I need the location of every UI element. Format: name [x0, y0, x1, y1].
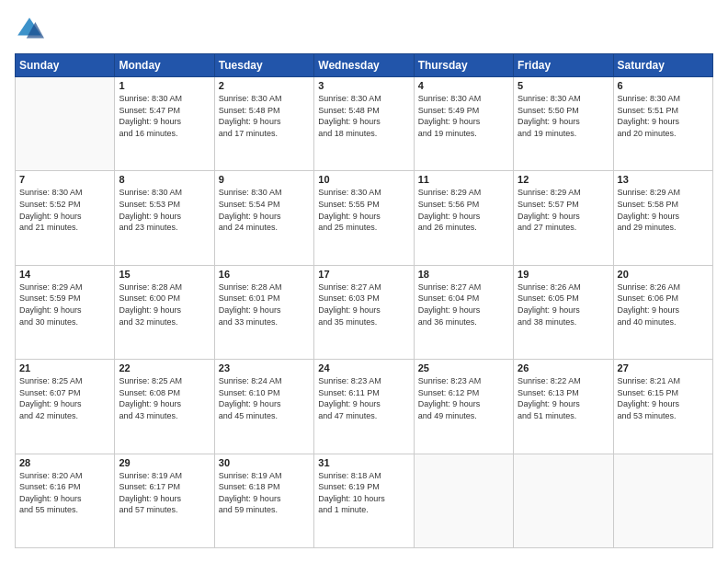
calendar-header-cell: Friday: [514, 54, 613, 77]
day-number: 14: [19, 269, 110, 280]
calendar-day-cell: 16Sunrise: 8:28 AM Sunset: 6:01 PM Dayli…: [214, 265, 313, 359]
calendar-day-cell: 27Sunrise: 8:21 AM Sunset: 6:15 PM Dayli…: [613, 360, 712, 454]
day-number: 21: [19, 362, 110, 373]
calendar-week-row: 1Sunrise: 8:30 AM Sunset: 5:47 PM Daylig…: [16, 77, 713, 171]
day-number: 16: [219, 269, 310, 280]
day-info: Sunrise: 8:26 AM Sunset: 6:06 PM Dayligh…: [618, 282, 709, 327]
day-number: 8: [119, 174, 210, 185]
calendar-table: SundayMondayTuesdayWednesdayThursdayFrid…: [15, 53, 713, 548]
day-number: 24: [318, 362, 409, 373]
calendar-header-cell: Monday: [115, 54, 214, 77]
page: SundayMondayTuesdayWednesdayThursdayFrid…: [0, 0, 728, 563]
day-info: Sunrise: 8:26 AM Sunset: 6:05 PM Dayligh…: [518, 282, 609, 327]
day-info: Sunrise: 8:30 AM Sunset: 5:48 PM Dayligh…: [219, 93, 310, 139]
calendar-day-cell: 21Sunrise: 8:25 AM Sunset: 6:07 PM Dayli…: [16, 360, 115, 454]
header: [15, 15, 713, 44]
day-info: Sunrise: 8:30 AM Sunset: 5:47 PM Dayligh…: [119, 93, 210, 139]
calendar-day-cell: [414, 454, 513, 547]
day-info: Sunrise: 8:28 AM Sunset: 6:01 PM Dayligh…: [219, 282, 310, 327]
calendar-day-cell: 7Sunrise: 8:30 AM Sunset: 5:52 PM Daylig…: [16, 171, 115, 265]
day-info: Sunrise: 8:30 AM Sunset: 5:52 PM Dayligh…: [19, 187, 110, 233]
calendar-day-cell: 8Sunrise: 8:30 AM Sunset: 5:53 PM Daylig…: [115, 171, 214, 265]
calendar-header-cell: Sunday: [16, 54, 115, 77]
calendar-day-cell: 17Sunrise: 8:27 AM Sunset: 6:03 PM Dayli…: [314, 265, 414, 359]
day-info: Sunrise: 8:30 AM Sunset: 5:51 PM Dayligh…: [618, 93, 709, 139]
day-number: 7: [19, 174, 110, 185]
calendar-day-cell: 23Sunrise: 8:24 AM Sunset: 6:10 PM Dayli…: [214, 360, 313, 454]
calendar-week-row: 21Sunrise: 8:25 AM Sunset: 6:07 PM Dayli…: [16, 360, 713, 454]
calendar-header-cell: Tuesday: [214, 54, 313, 77]
day-number: 27: [618, 362, 709, 373]
day-number: 12: [518, 174, 609, 185]
day-number: 9: [219, 174, 310, 185]
day-info: Sunrise: 8:28 AM Sunset: 6:00 PM Dayligh…: [119, 282, 210, 327]
calendar-header-row: SundayMondayTuesdayWednesdayThursdayFrid…: [16, 54, 713, 77]
day-number: 30: [219, 457, 310, 468]
calendar-day-cell: 13Sunrise: 8:29 AM Sunset: 5:58 PM Dayli…: [613, 171, 712, 265]
calendar-day-cell: [613, 454, 712, 547]
day-number: 17: [318, 269, 409, 280]
calendar-day-cell: 4Sunrise: 8:30 AM Sunset: 5:49 PM Daylig…: [414, 77, 513, 171]
day-info: Sunrise: 8:20 AM Sunset: 6:16 PM Dayligh…: [19, 470, 110, 516]
calendar-day-cell: [16, 77, 115, 171]
calendar-day-cell: [514, 454, 613, 547]
day-number: 2: [219, 80, 310, 91]
day-info: Sunrise: 8:29 AM Sunset: 5:59 PM Dayligh…: [19, 282, 110, 327]
calendar-day-cell: 24Sunrise: 8:23 AM Sunset: 6:11 PM Dayli…: [314, 360, 414, 454]
day-info: Sunrise: 8:25 AM Sunset: 6:07 PM Dayligh…: [19, 375, 110, 421]
day-number: 23: [219, 362, 310, 373]
day-number: 5: [518, 80, 609, 91]
calendar-day-cell: 28Sunrise: 8:20 AM Sunset: 6:16 PM Dayli…: [16, 454, 115, 547]
calendar-day-cell: 18Sunrise: 8:27 AM Sunset: 6:04 PM Dayli…: [414, 265, 513, 359]
day-info: Sunrise: 8:30 AM Sunset: 5:48 PM Dayligh…: [318, 93, 409, 139]
day-info: Sunrise: 8:27 AM Sunset: 6:04 PM Dayligh…: [418, 282, 509, 327]
logo: [15, 15, 48, 44]
calendar-day-cell: 5Sunrise: 8:30 AM Sunset: 5:50 PM Daylig…: [514, 77, 613, 171]
calendar-day-cell: 11Sunrise: 8:29 AM Sunset: 5:56 PM Dayli…: [414, 171, 513, 265]
calendar-day-cell: 14Sunrise: 8:29 AM Sunset: 5:59 PM Dayli…: [16, 265, 115, 359]
calendar-day-cell: 31Sunrise: 8:18 AM Sunset: 6:19 PM Dayli…: [314, 454, 414, 547]
calendar-day-cell: 19Sunrise: 8:26 AM Sunset: 6:05 PM Dayli…: [514, 265, 613, 359]
day-info: Sunrise: 8:22 AM Sunset: 6:13 PM Dayligh…: [518, 375, 609, 421]
day-number: 15: [119, 269, 210, 280]
day-info: Sunrise: 8:30 AM Sunset: 5:55 PM Dayligh…: [318, 187, 409, 233]
calendar-week-row: 7Sunrise: 8:30 AM Sunset: 5:52 PM Daylig…: [16, 171, 713, 265]
day-number: 20: [618, 269, 709, 280]
calendar-day-cell: 25Sunrise: 8:23 AM Sunset: 6:12 PM Dayli…: [414, 360, 513, 454]
calendar-day-cell: 26Sunrise: 8:22 AM Sunset: 6:13 PM Dayli…: [514, 360, 613, 454]
calendar-day-cell: 29Sunrise: 8:19 AM Sunset: 6:17 PM Dayli…: [115, 454, 214, 547]
calendar-week-row: 14Sunrise: 8:29 AM Sunset: 5:59 PM Dayli…: [16, 265, 713, 359]
day-info: Sunrise: 8:30 AM Sunset: 5:49 PM Dayligh…: [418, 93, 509, 139]
day-number: 1: [119, 80, 210, 91]
day-info: Sunrise: 8:30 AM Sunset: 5:50 PM Dayligh…: [518, 93, 609, 139]
day-info: Sunrise: 8:29 AM Sunset: 5:56 PM Dayligh…: [418, 187, 509, 233]
calendar-day-cell: 20Sunrise: 8:26 AM Sunset: 6:06 PM Dayli…: [613, 265, 712, 359]
calendar-day-cell: 6Sunrise: 8:30 AM Sunset: 5:51 PM Daylig…: [613, 77, 712, 171]
day-info: Sunrise: 8:24 AM Sunset: 6:10 PM Dayligh…: [219, 375, 310, 421]
day-number: 26: [518, 362, 609, 373]
day-number: 28: [19, 457, 110, 468]
day-info: Sunrise: 8:25 AM Sunset: 6:08 PM Dayligh…: [119, 375, 210, 421]
day-info: Sunrise: 8:19 AM Sunset: 6:18 PM Dayligh…: [219, 470, 310, 516]
calendar-day-cell: 10Sunrise: 8:30 AM Sunset: 5:55 PM Dayli…: [314, 171, 414, 265]
day-number: 29: [119, 457, 210, 468]
calendar-header-cell: Wednesday: [314, 54, 414, 77]
day-number: 31: [318, 457, 409, 468]
day-info: Sunrise: 8:23 AM Sunset: 6:12 PM Dayligh…: [418, 375, 509, 421]
day-info: Sunrise: 8:19 AM Sunset: 6:17 PM Dayligh…: [119, 470, 210, 516]
calendar-day-cell: 12Sunrise: 8:29 AM Sunset: 5:57 PM Dayli…: [514, 171, 613, 265]
day-info: Sunrise: 8:18 AM Sunset: 6:19 PM Dayligh…: [318, 470, 409, 516]
day-info: Sunrise: 8:29 AM Sunset: 5:57 PM Dayligh…: [518, 187, 609, 233]
day-info: Sunrise: 8:23 AM Sunset: 6:11 PM Dayligh…: [318, 375, 409, 421]
calendar-day-cell: 3Sunrise: 8:30 AM Sunset: 5:48 PM Daylig…: [314, 77, 414, 171]
calendar-day-cell: 30Sunrise: 8:19 AM Sunset: 6:18 PM Dayli…: [214, 454, 313, 547]
day-number: 3: [318, 80, 409, 91]
day-number: 13: [618, 174, 709, 185]
day-info: Sunrise: 8:27 AM Sunset: 6:03 PM Dayligh…: [318, 282, 409, 327]
calendar-header-cell: Thursday: [414, 54, 513, 77]
day-number: 25: [418, 362, 509, 373]
day-number: 18: [418, 269, 509, 280]
logo-icon: [15, 15, 44, 44]
day-number: 19: [518, 269, 609, 280]
day-number: 10: [318, 174, 409, 185]
